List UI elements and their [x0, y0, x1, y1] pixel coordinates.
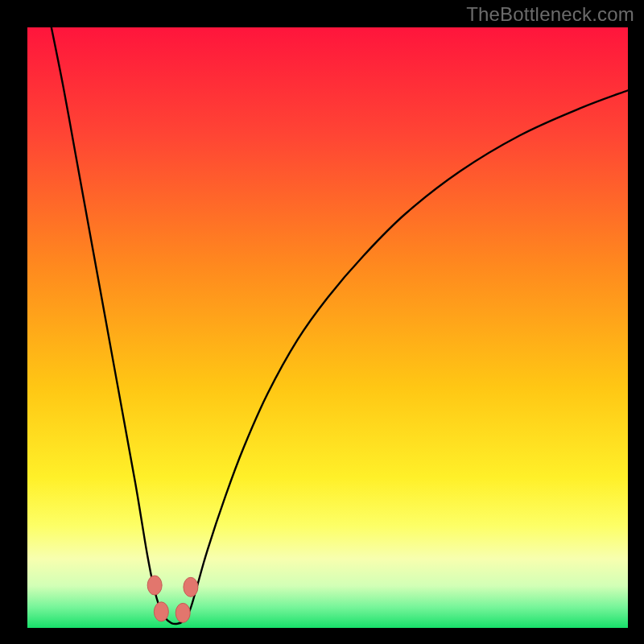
curve-marker [184, 577, 198, 597]
chart-svg [27, 27, 628, 628]
stage: TheBottleneck.com [0, 0, 644, 644]
plot-area [27, 27, 628, 628]
gradient-background [27, 27, 628, 628]
curve-marker [154, 602, 168, 621]
watermark-text: TheBottleneck.com [466, 3, 634, 26]
curve-marker [147, 576, 162, 595]
curve-marker [175, 603, 190, 622]
